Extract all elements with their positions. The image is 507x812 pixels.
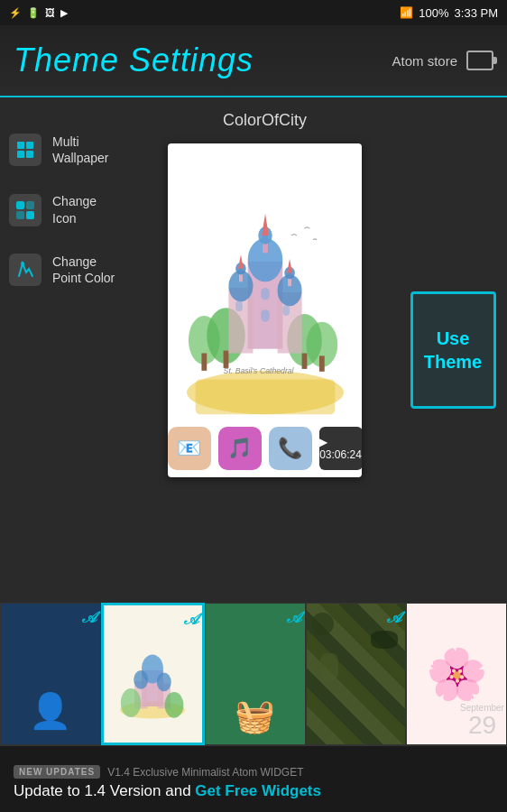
status-bar: ⚡ 🔋 🖼 ▶ 📶 100% 3:33 PM: [0, 0, 507, 25]
phone-app-icon: 📞: [269, 427, 312, 470]
change-point-color-label: ChangePoint Color: [52, 254, 115, 286]
svg-rect-19: [301, 353, 307, 368]
atom-store-link[interactable]: Atom store: [392, 53, 457, 69]
theme-name: ColorOfCity: [223, 111, 307, 130]
svg-point-47: [121, 688, 141, 717]
preview-card: St. Basil's Cathedral 📧 🎵 📞 ▶ 03:06:24: [168, 143, 362, 477]
thumb-letter-2: 𝒜: [184, 610, 198, 629]
center-preview: ColorOfCity: [131, 97, 399, 603]
thumb-letter-1: 𝒜: [82, 608, 96, 627]
thumbnail-4[interactable]: 𝒜: [306, 603, 407, 745]
svg-rect-35: [261, 288, 270, 300]
music-app-icon: 🎵: [218, 427, 262, 470]
right-panel: Use Theme: [399, 97, 507, 603]
thumbnail-1[interactable]: 👤 𝒜: [0, 603, 101, 745]
sidebar-item-change-icon[interactable]: ChangeIcon: [9, 193, 122, 226]
change-point-color-icon: [9, 254, 41, 286]
main-content: MultiWallpaper ChangeIcon ChangePoin: [0, 97, 507, 603]
svg-rect-6: [16, 211, 24, 219]
status-right: 📶 100% 3:33 PM: [400, 6, 498, 20]
battery-icon: [466, 51, 493, 70]
svg-rect-38: [282, 305, 290, 316]
thumbnail-3[interactable]: 🧺 𝒜: [205, 603, 306, 745]
thumbnail-2[interactable]: 𝒜: [101, 603, 206, 745]
svg-rect-13: [201, 353, 207, 370]
svg-rect-11: [195, 379, 335, 414]
play-icon: ▶: [60, 7, 68, 19]
svg-point-44: [134, 670, 149, 689]
update-version-text: V1.4 Exclusive Minimalist Atom WIDGET: [107, 766, 303, 779]
image-icon: 🖼: [45, 7, 55, 18]
thumbnail-strip: 👤 𝒜 𝒜 🧺 𝒜: [0, 603, 507, 745]
sidebar: MultiWallpaper ChangeIcon ChangePoin: [0, 97, 131, 603]
status-icons-left: ⚡ 🔋 🖼 ▶: [9, 7, 68, 19]
multi-wallpaper-label: MultiWallpaper: [52, 134, 109, 166]
svg-rect-17: [318, 355, 324, 371]
calendar-day: 29: [457, 713, 507, 738]
battery-charge-icon: 🔋: [27, 7, 40, 19]
svg-rect-4: [16, 201, 24, 209]
preview-artwork: St. Basil's Cathedral: [172, 152, 357, 422]
svg-text:St. Basil's Cathedral: St. Basil's Cathedral: [223, 365, 294, 374]
thumb-letter-3: 𝒜: [287, 608, 300, 627]
battery-percent: 100%: [419, 6, 448, 20]
video-app-icon: ▶ 03:06:24: [319, 427, 363, 470]
time-display: 3:33 PM: [455, 6, 498, 20]
calendar-overlay: September 29: [457, 703, 507, 738]
svg-rect-5: [26, 201, 34, 209]
sidebar-item-multi-wallpaper[interactable]: MultiWallpaper: [9, 134, 122, 166]
svg-point-46: [157, 672, 171, 691]
svg-rect-37: [235, 300, 243, 311]
new-updates-badge: NEW UPDATES: [14, 765, 100, 779]
update-text-prefix: Update to 1.4 Version and: [14, 782, 195, 799]
update-text-highlight: Get Free Widgets: [195, 782, 321, 799]
thumb-letter-4: 𝒜: [387, 608, 401, 627]
update-banner: NEW UPDATES V1.4 Exclusive Minimalist At…: [0, 745, 507, 812]
svg-rect-7: [26, 211, 34, 219]
update-top-row: NEW UPDATES V1.4 Exclusive Minimalist At…: [14, 765, 493, 779]
svg-rect-2: [17, 151, 24, 158]
svg-point-8: [21, 262, 24, 265]
svg-rect-0: [17, 142, 24, 149]
header: Theme Settings Atom store: [0, 25, 507, 97]
svg-rect-36: [261, 309, 270, 322]
update-main-text[interactable]: Update to 1.4 Version and Get Free Widge…: [14, 782, 493, 800]
change-icon-label: ChangeIcon: [52, 193, 97, 226]
svg-rect-3: [26, 151, 33, 158]
sidebar-item-change-point-color[interactable]: ChangePoint Color: [9, 254, 122, 286]
signal-icon: 📶: [400, 6, 413, 19]
header-right: Atom store: [392, 51, 493, 70]
change-icon-icon: [9, 194, 41, 226]
page-title: Theme Settings: [14, 42, 254, 79]
usb-icon: ⚡: [9, 7, 22, 19]
multi-wallpaper-icon: [9, 134, 41, 166]
svg-rect-1: [26, 142, 33, 149]
use-theme-button[interactable]: Use Theme: [410, 291, 496, 409]
email-app-icon: 📧: [168, 427, 211, 470]
preview-app-icons: 📧 🎵 📞 ▶ 03:06:24: [168, 427, 362, 470]
svg-point-48: [165, 692, 184, 718]
